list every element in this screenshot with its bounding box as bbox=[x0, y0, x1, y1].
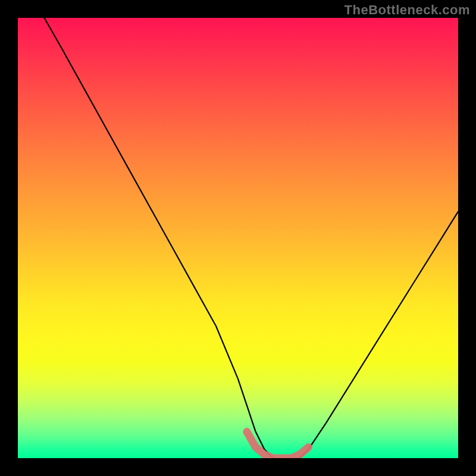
optimal-band bbox=[247, 432, 309, 458]
chart-container: TheBottleneck.com bbox=[0, 0, 476, 476]
bottleneck-curve bbox=[44, 18, 458, 458]
plot-area bbox=[18, 18, 458, 458]
watermark-text: TheBottleneck.com bbox=[345, 2, 470, 18]
chart-svg bbox=[18, 18, 458, 458]
